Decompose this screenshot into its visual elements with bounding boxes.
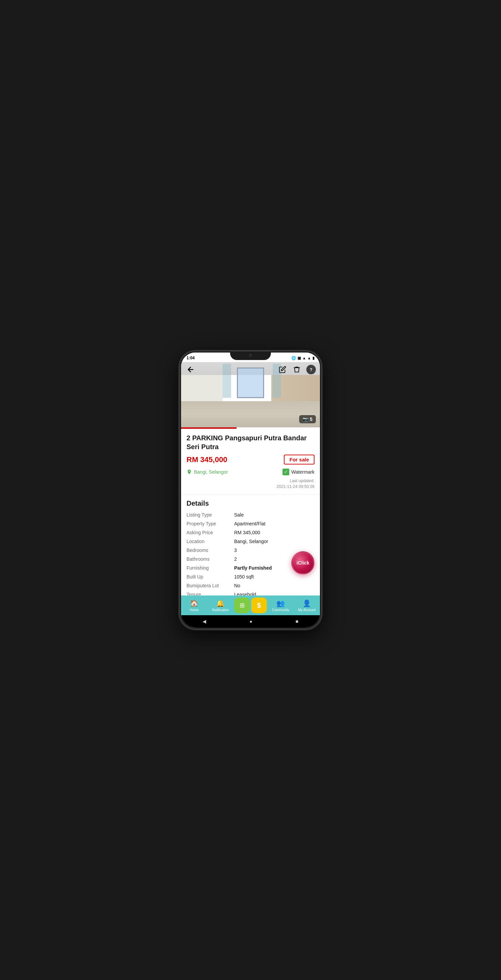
home-icon: 🏠 bbox=[190, 599, 199, 608]
watermark-label: Watermark bbox=[291, 469, 315, 475]
action-buttons: ? bbox=[278, 365, 316, 374]
watermark-checkbox[interactable]: ✓ bbox=[283, 469, 289, 476]
photo-count: 5 bbox=[310, 417, 312, 422]
detail-value: No bbox=[234, 583, 240, 588]
nav-listing-fab[interactable]: ⊞ bbox=[234, 598, 250, 613]
detail-label: Furnishing bbox=[186, 565, 234, 571]
detail-value: Sale bbox=[234, 512, 244, 517]
listing-type-badge: For sale bbox=[284, 455, 315, 465]
community-label: Community bbox=[272, 608, 289, 612]
detail-value: 3 bbox=[234, 547, 237, 553]
notification-label: Notification bbox=[212, 608, 229, 612]
camera-icon-small: 📷 bbox=[302, 417, 309, 422]
detail-row: Asking PriceRM 345,000 bbox=[186, 530, 315, 535]
detail-row: Bedrooms3 bbox=[186, 547, 315, 553]
detail-label: Listing Type bbox=[186, 512, 234, 517]
detail-value: 2 bbox=[234, 556, 237, 562]
wall-left bbox=[181, 375, 223, 401]
detail-label: Location bbox=[186, 539, 234, 544]
detail-value: 1050 sqft bbox=[234, 574, 254, 579]
home-label: Home bbox=[189, 608, 199, 612]
android-nav-bar: ◀ ● ■ bbox=[181, 615, 320, 627]
location-pin-icon bbox=[186, 469, 192, 475]
phone-shell: 1:04 🌐 ▣ ▲ ▲ ▮ bbox=[179, 350, 322, 630]
sim-icon: ▣ bbox=[297, 356, 301, 360]
detail-label: Bathrooms bbox=[186, 556, 234, 562]
community-icon: 👥 bbox=[276, 599, 285, 608]
listing-fab-icon: ⊞ bbox=[240, 601, 245, 609]
detail-row: Built Up1050 sqft bbox=[186, 574, 315, 579]
location-left: Bangi, Selangor bbox=[186, 469, 228, 475]
android-recent[interactable]: ■ bbox=[296, 619, 298, 624]
phone-screen-content: ? 📷 5 2 PARKING Pangsapuri Putra Bandar … bbox=[181, 353, 320, 615]
status-time: 1:04 bbox=[186, 356, 195, 360]
nav-home[interactable]: 🏠 Home bbox=[181, 595, 207, 615]
property-title: 2 PARKING Pangsapuri Putra Bandar Seri P… bbox=[186, 434, 315, 451]
detail-label: Property Type bbox=[186, 521, 234, 527]
delete-button[interactable] bbox=[292, 365, 302, 374]
notification-icon: 🔔 bbox=[216, 599, 225, 608]
last-updated-label: Last updated: bbox=[289, 479, 315, 483]
notch bbox=[230, 350, 271, 360]
dollar-fab-icon: $ bbox=[257, 601, 261, 609]
detail-row: Listing TypeSale bbox=[186, 512, 315, 517]
top-action-bar: ? bbox=[181, 362, 320, 377]
nav-myaccount[interactable]: 👤 My Account bbox=[294, 595, 320, 615]
battery-icon: ▮ bbox=[312, 356, 315, 360]
detail-value: RM 345,000 bbox=[234, 530, 260, 535]
details-section: Details Listing TypeSaleProperty TypeApa… bbox=[181, 495, 320, 605]
detail-value: Partly Furnished bbox=[234, 565, 272, 571]
detail-value: Bangi, Selangor bbox=[234, 539, 268, 544]
bottom-nav: 🏠 Home 🔔 Notification ⊞ $ 👥 bbox=[181, 595, 320, 615]
property-price: RM 345,000 bbox=[186, 455, 227, 464]
floor bbox=[181, 401, 320, 427]
detail-value: Apartment/Flat bbox=[234, 521, 266, 527]
iclick-button[interactable]: iClick bbox=[291, 551, 315, 574]
android-back[interactable]: ◀ bbox=[202, 619, 206, 624]
main-scroll[interactable]: ? 📷 5 2 PARKING Pangsapuri Putra Bandar … bbox=[181, 353, 320, 615]
photo-count-badge: 📷 5 bbox=[299, 415, 316, 423]
wifi-icon: ▲ bbox=[302, 356, 306, 360]
screen: 1:04 🌐 ▣ ▲ ▲ ▮ bbox=[181, 353, 320, 627]
help-button[interactable]: ? bbox=[306, 365, 316, 374]
detail-label: Built Up bbox=[186, 574, 234, 579]
camera bbox=[249, 353, 252, 357]
myaccount-label: My Account bbox=[298, 608, 316, 612]
details-title: Details bbox=[186, 500, 315, 508]
detail-label: Bedrooms bbox=[186, 547, 234, 553]
location-text: Bangi, Selangor bbox=[194, 469, 228, 475]
price-row: RM 345,000 For sale bbox=[186, 455, 315, 465]
nav-community[interactable]: 👥 Community bbox=[267, 595, 294, 615]
globe-icon: 🌐 bbox=[291, 356, 296, 360]
signal-icon: ▲ bbox=[307, 356, 311, 360]
last-updated-value: 2021-11-24 09:50:26 bbox=[277, 484, 315, 489]
property-image-section: ? 📷 5 bbox=[181, 353, 320, 427]
detail-label: Asking Price bbox=[186, 530, 234, 535]
detail-row: LocationBangi, Selangor bbox=[186, 539, 315, 544]
detail-row: Property TypeApartment/Flat bbox=[186, 521, 315, 527]
myaccount-icon: 👤 bbox=[302, 599, 311, 608]
detail-row: Bumiputera LotNo bbox=[186, 583, 315, 588]
status-icons: 🌐 ▣ ▲ ▲ ▮ bbox=[291, 356, 315, 360]
last-updated: Last updated: 2021-11-24 09:50:26 bbox=[186, 478, 315, 490]
back-button[interactable] bbox=[185, 364, 196, 375]
property-info: 2 PARKING Pangsapuri Putra Bandar Seri P… bbox=[181, 429, 320, 495]
nav-dollar-fab[interactable]: $ bbox=[251, 598, 267, 613]
edit-button[interactable] bbox=[278, 365, 287, 374]
nav-notification[interactable]: 🔔 Notification bbox=[207, 595, 234, 615]
location-row: Bangi, Selangor ✓ Watermark bbox=[186, 469, 315, 476]
watermark-right: ✓ Watermark bbox=[283, 469, 315, 476]
android-home[interactable]: ● bbox=[250, 619, 252, 624]
detail-label: Bumiputera Lot bbox=[186, 583, 234, 588]
